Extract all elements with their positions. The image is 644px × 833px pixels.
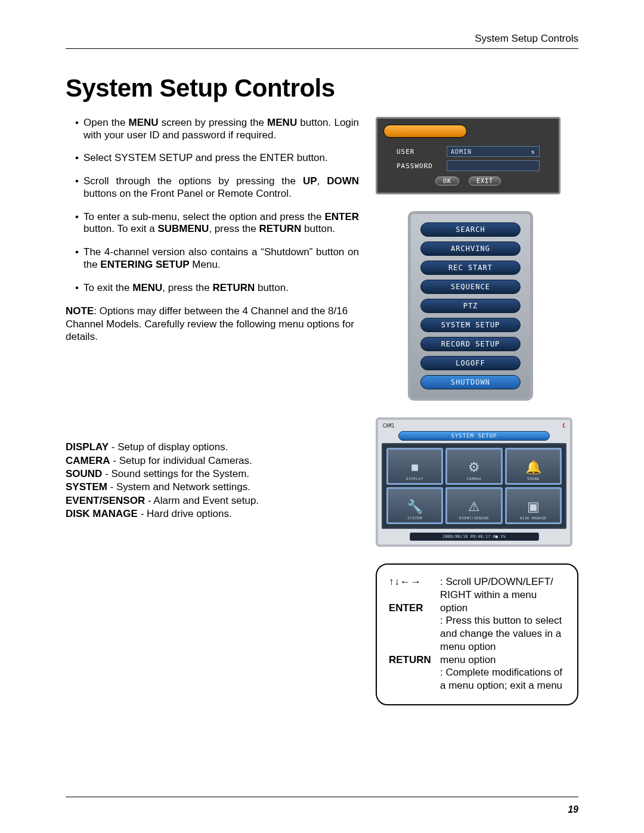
menu-item-rec-start[interactable]: REC START — [420, 261, 521, 275]
menu-item-system-setup[interactable]: SYSTEM SETUP — [420, 318, 521, 332]
setup-cell-caption: SOUND — [527, 476, 540, 481]
note-paragraph: NOTE: Options may differ between the 4 C… — [66, 305, 359, 343]
setup-cell-sound[interactable]: 🔔SOUND — [505, 448, 562, 485]
right-column: USER ADMIN ⇅ PASSWORD OK EXIT SEARCHARCH… — [376, 117, 578, 705]
definition-line: CAMERA - Setup for individual Cameras. — [66, 454, 359, 467]
setup-grid: ■DISPLAY⚙CAMERA🔔SOUND🔧SYSTEM⚠EVENT/SENSO… — [386, 448, 562, 524]
system-icon: 🔧 — [407, 500, 423, 513]
left-column: Open the MENU screen by pressing the MEN… — [66, 117, 359, 705]
arrow-text-2: RIGHT within a menu — [440, 589, 565, 602]
menu-item-sequence[interactable]: SEQUENCE — [420, 280, 521, 294]
login-user-row: USER ADMIN ⇅ — [397, 146, 540, 157]
bottom-rule — [66, 797, 578, 797]
menu-item-archving[interactable]: ARCHVING — [420, 241, 521, 256]
bullet-item: Select SYSTEM SETUP and press the ENTER … — [66, 152, 359, 165]
setup-cell-event-sensor[interactable]: ⚠EVENT/SENSOR — [445, 487, 502, 524]
menu-item-shutdown[interactable]: SHUTDOWN — [420, 375, 521, 389]
login-user-label: USER — [397, 148, 441, 156]
page-number: 19 — [568, 804, 578, 815]
main-menu-panel: SEARCHARCHVINGREC STARTSEQUENCEPTZSYSTEM… — [408, 211, 533, 401]
login-password-row: PASSWORD — [397, 160, 540, 171]
camera-icon: ⚙ — [468, 461, 480, 474]
enter-text-2: : Press this button to select and change… — [440, 614, 565, 653]
enter-key-label: ENTER — [389, 602, 440, 615]
setup-cell-display[interactable]: ■DISPLAY — [386, 448, 443, 485]
page-title: System Setup Controls — [66, 74, 578, 103]
instruction-box: ↑↓←→ : Scroll UP/DOWN/LEFT/ RIGHT within… — [376, 563, 578, 705]
setup-cell-disk-manage[interactable]: ▣DISK MANAGE — [505, 487, 562, 524]
login-user-field[interactable]: ADMIN ⇅ — [447, 146, 540, 157]
system-setup-titlebar: SYSTEM SETUP — [398, 431, 550, 441]
return-text-1: menu option — [440, 654, 565, 667]
status-bar: 2008/08/18 09:48:17 H■ 1% — [410, 532, 539, 541]
enter-text-1: option — [440, 602, 565, 615]
sound-icon: 🔔 — [525, 461, 541, 474]
login-tab — [383, 125, 467, 138]
menu-item-logoff[interactable]: LOGOFF — [420, 356, 521, 370]
login-panel: USER ADMIN ⇅ PASSWORD OK EXIT — [376, 117, 561, 194]
definitions-block: DISPLAY - Setup of display options.CAMER… — [66, 441, 359, 521]
bullet-item: Scroll through the options by pressing t… — [66, 175, 359, 200]
definition-line: DISPLAY - Setup of display options. — [66, 441, 359, 454]
login-password-label: PASSWORD — [397, 162, 441, 170]
setup-cell-caption: DISPLAY — [406, 476, 423, 481]
definition-line: SYSTEM - System and Network settings. — [66, 481, 359, 494]
exit-button[interactable]: EXIT — [469, 176, 501, 185]
system-setup-panel: CAM1 C SYSTEM SETUP ■DISPLAY⚙CAMERA🔔SOUN… — [376, 417, 572, 547]
setup-grid-wrap: ■DISPLAY⚙CAMERA🔔SOUND🔧SYSTEM⚠EVENT/SENSO… — [382, 443, 566, 529]
return-key-label: RETURN — [389, 654, 440, 667]
cam-label: CAM1 — [383, 423, 394, 429]
bullet-item: To exit the MENU, press the RETURN butto… — [66, 282, 359, 295]
bullet-item: The 4-channel version also contains a “S… — [66, 246, 359, 271]
arrow-text-1: : Scroll UP/DOWN/LEFT/ — [440, 575, 565, 589]
event-sensor-icon: ⚠ — [468, 500, 480, 513]
return-text-2: : Complete modifications of a menu optio… — [440, 666, 565, 692]
setup-cell-camera[interactable]: ⚙CAMERA — [445, 448, 502, 485]
setup-cell-caption: SYSTEM — [407, 516, 422, 520]
menu-item-record-setup[interactable]: RECORD SETUP — [420, 337, 521, 351]
c-label: C — [562, 423, 565, 429]
setup-cell-caption: CAMERA — [467, 476, 482, 481]
disk-manage-icon: ▣ — [527, 500, 540, 513]
display-icon: ■ — [411, 461, 419, 474]
top-rule — [66, 48, 578, 49]
bullet-list: Open the MENU screen by pressing the MEN… — [66, 117, 359, 294]
definition-line: DISK MANAGE - Hard drive options. — [66, 507, 359, 521]
arrow-keys-icon: ↑↓←→ — [389, 575, 440, 589]
bullet-item: To enter a sub-menu, select the option a… — [66, 211, 359, 236]
definition-line: SOUND - Sound settings for the System. — [66, 467, 359, 481]
running-header: System Setup Controls — [66, 33, 578, 45]
setup-cell-system[interactable]: 🔧SYSTEM — [386, 487, 443, 524]
setup-cell-caption: EVENT/SENSOR — [459, 516, 488, 520]
menu-item-search[interactable]: SEARCH — [420, 222, 521, 237]
bullet-item: Open the MENU screen by pressing the MEN… — [66, 117, 359, 141]
login-password-field[interactable] — [447, 160, 540, 171]
ok-button[interactable]: OK — [435, 176, 459, 185]
definition-line: EVENT/SENSOR - Alarm and Event setup. — [66, 494, 359, 507]
menu-item-ptz[interactable]: PTZ — [420, 299, 521, 313]
login-user-value: ADMIN — [451, 148, 472, 155]
setup-cell-caption: DISK MANAGE — [520, 516, 547, 520]
spinner-icon[interactable]: ⇅ — [531, 148, 535, 155]
